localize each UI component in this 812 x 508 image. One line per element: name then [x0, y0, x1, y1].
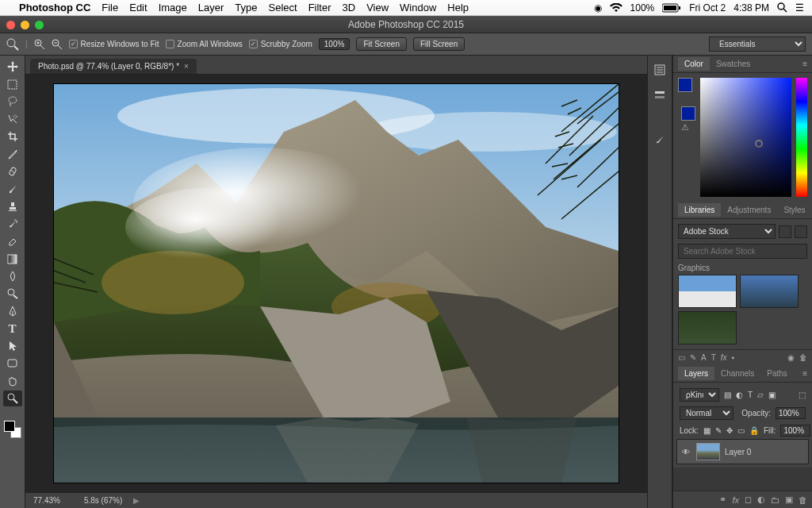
filter-type-icon[interactable]: T	[748, 391, 753, 399]
zoom-tool-icon[interactable]	[6, 38, 19, 51]
menu-list-icon[interactable]: ☰	[795, 2, 804, 13]
stock-thumb[interactable]	[740, 275, 799, 308]
zoom-tool[interactable]	[3, 391, 22, 406]
brush-tool[interactable]	[3, 181, 22, 197]
trash-icon[interactable]: 🗑	[799, 353, 807, 362]
menu-view[interactable]: View	[366, 2, 389, 13]
menu-window[interactable]: Window	[400, 2, 436, 13]
tab-swatches[interactable]: Swatches	[710, 57, 756, 71]
pen-tool[interactable]	[3, 303, 22, 319]
tab-adjustments[interactable]: Adjustments	[721, 203, 777, 217]
quick-select-tool[interactable]	[3, 111, 22, 127]
type-tool[interactable]: T	[3, 321, 22, 337]
zoom-in-icon[interactable]	[34, 39, 45, 50]
crop-tool[interactable]	[3, 129, 22, 144]
stock-thumb[interactable]	[678, 275, 737, 308]
menu-time[interactable]: 4:38 PM	[733, 2, 769, 13]
status-zoom[interactable]: 77.43%	[33, 496, 60, 505]
zoom-100-button[interactable]: 100%	[319, 38, 350, 50]
menu-layer[interactable]: Layer	[198, 2, 224, 13]
shape-tool[interactable]	[3, 356, 22, 371]
menu-3d[interactable]: 3D	[343, 2, 356, 13]
history-panel-icon[interactable]	[652, 62, 668, 78]
tab-color[interactable]: Color	[678, 57, 710, 71]
cloud-sync-icon[interactable]: ◉	[594, 2, 602, 13]
workspace-select[interactable]: Essentials	[709, 37, 806, 52]
foreground-background-swatch[interactable]	[678, 78, 695, 105]
fill-screen-button[interactable]: Fill Screen	[413, 37, 465, 51]
panel-menu-icon[interactable]: ≡	[802, 60, 807, 68]
stock-thumb[interactable]	[678, 311, 737, 344]
color-field[interactable]	[700, 78, 791, 197]
grid-view-icon[interactable]	[779, 225, 791, 238]
resize-windows-checkbox[interactable]: ✓	[69, 40, 78, 48]
eraser-tool[interactable]	[3, 233, 22, 249]
list-view-icon[interactable]	[795, 225, 807, 238]
menu-edit[interactable]: Edit	[129, 2, 147, 13]
add-char-style-icon[interactable]: A	[701, 353, 707, 362]
history-brush-tool[interactable]	[3, 216, 22, 232]
close-window-icon[interactable]	[6, 21, 15, 29]
hand-tool[interactable]	[3, 373, 22, 389]
tab-layers[interactable]: Layers	[678, 367, 714, 380]
gamut-warning-icon[interactable]: ⚠	[681, 122, 689, 133]
close-tab-icon[interactable]: ×	[184, 62, 189, 71]
menu-app-name[interactable]: Photoshop CC	[19, 2, 90, 13]
canvas[interactable]	[54, 84, 619, 483]
tab-channels[interactable]: Channels	[714, 367, 760, 380]
lock-artboard-icon[interactable]: ▭	[737, 426, 745, 435]
healing-tool[interactable]	[3, 164, 22, 179]
library-source-select[interactable]: Adobe Stock	[678, 224, 776, 239]
tab-paths[interactable]: Paths	[760, 367, 794, 380]
menu-type[interactable]: Type	[235, 2, 257, 13]
layer-item[interactable]: 👁 Layer 0	[676, 439, 809, 464]
lock-position-icon[interactable]: ✥	[726, 426, 733, 435]
add-layer-style-icon[interactable]: fx	[721, 353, 727, 362]
tab-libraries[interactable]: Libraries	[678, 203, 721, 217]
menu-select[interactable]: Select	[268, 2, 297, 13]
filter-toggle-icon[interactable]: ⬚	[799, 391, 806, 399]
marquee-tool[interactable]	[3, 76, 22, 92]
stamp-tool[interactable]	[3, 198, 22, 214]
lock-all-icon[interactable]: 🔒	[749, 426, 759, 435]
new-layer-icon[interactable]: ▣	[785, 495, 793, 505]
menu-image[interactable]: Image	[159, 2, 187, 13]
add-color-icon[interactable]: ▪	[732, 353, 735, 362]
visibility-icon[interactable]: 👁	[680, 448, 691, 456]
zoom-out-icon[interactable]	[52, 39, 63, 50]
filter-adjust-icon[interactable]: ◐	[736, 391, 743, 399]
link-layers-icon[interactable]: ⚭	[719, 495, 726, 505]
preview-icon[interactable]: ◉	[787, 353, 795, 362]
layer-style-icon[interactable]: fx	[732, 495, 739, 505]
menu-help[interactable]: Help	[447, 2, 469, 13]
group-icon[interactable]: 🗀	[771, 495, 779, 505]
dodge-tool[interactable]	[3, 286, 22, 302]
doc-tab[interactable]: Photo.psd @ 77.4% (Layer 0, RGB/8*) * ×	[30, 59, 197, 74]
brush-panel-icon[interactable]	[652, 132, 668, 148]
tab-styles[interactable]: Styles	[777, 203, 811, 217]
layer-thumbnail[interactable]	[696, 443, 720, 460]
layer-filter-select[interactable]: ρKind	[680, 388, 719, 402]
filter-smart-icon[interactable]: ▣	[768, 391, 776, 399]
library-search-input[interactable]	[678, 244, 807, 259]
color-swatches[interactable]	[4, 421, 21, 438]
wifi-icon[interactable]	[610, 3, 622, 13]
adjustment-layer-icon[interactable]: ◐	[757, 495, 765, 505]
blur-tool[interactable]	[3, 268, 22, 284]
scrubby-checkbox[interactable]: ✓	[249, 40, 258, 48]
hue-slider[interactable]	[796, 78, 807, 197]
canvas-area[interactable]	[25, 75, 647, 492]
menu-file[interactable]: File	[102, 2, 118, 13]
battery-icon[interactable]	[662, 3, 681, 13]
layer-name[interactable]: Layer 0	[725, 448, 751, 456]
lasso-tool[interactable]	[3, 94, 22, 110]
filter-shape-icon[interactable]: ▱	[757, 391, 764, 399]
spotlight-icon[interactable]	[777, 2, 787, 13]
add-graphic-icon[interactable]: ▭	[678, 353, 685, 362]
path-select-tool[interactable]	[3, 338, 22, 354]
move-tool[interactable]	[3, 59, 22, 75]
add-text-icon[interactable]: T	[711, 353, 716, 362]
eyedropper-tool[interactable]	[3, 146, 22, 162]
filter-pixel-icon[interactable]: ▤	[724, 391, 731, 399]
panel-menu-icon[interactable]: ≡	[802, 369, 807, 378]
